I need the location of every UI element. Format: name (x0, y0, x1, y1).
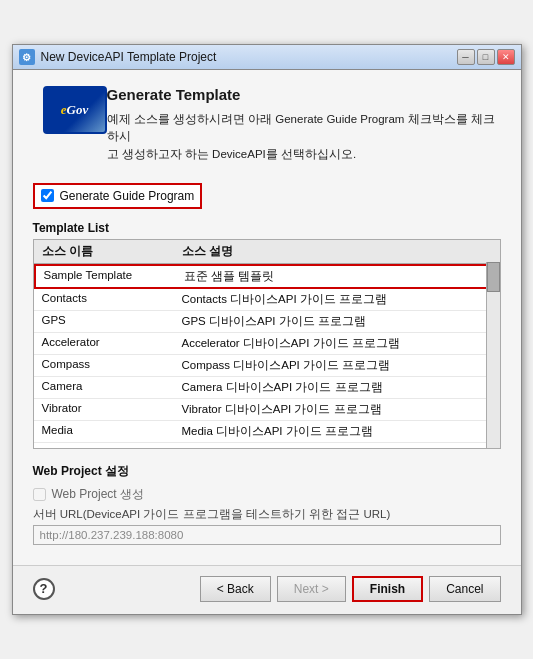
table-cell-desc: 표준 샘플 템플릿 (176, 266, 282, 287)
table-row[interactable]: Media Media 디바이스API 가이드 프로그램 (34, 421, 500, 443)
egov-gov: Gov (67, 102, 89, 118)
cancel-button[interactable]: Cancel (429, 576, 500, 602)
maximize-button[interactable]: □ (477, 49, 495, 65)
footer-right: < Back Next > Finish Cancel (200, 576, 501, 602)
back-button[interactable]: < Back (200, 576, 271, 602)
header-text: Generate Template 예제 소스를 생성하시려면 아래 Gener… (107, 86, 501, 173)
generate-guide-label: Generate Guide Program (60, 189, 195, 203)
egov-logo: eGov (43, 86, 107, 134)
title-bar: ⚙ New DeviceAPI Template Project ─ □ ✕ (13, 45, 521, 70)
generate-guide-checkbox[interactable] (41, 189, 54, 202)
table-header: 소스 이름 소스 설명 (34, 240, 500, 264)
close-button[interactable]: ✕ (497, 49, 515, 65)
url-input[interactable] (33, 525, 501, 545)
web-project-checkbox-row[interactable]: Web Project 생성 (33, 486, 501, 503)
table-cell-desc: Vibrator 디바이스API 가이드 프로그램 (174, 399, 390, 420)
table-cell-name: Accelerator (34, 333, 174, 354)
title-bar-controls: ─ □ ✕ (457, 49, 515, 65)
scrollbar-thumb[interactable] (487, 262, 500, 292)
table-cell-desc: GPS 디바이스API 가이드 프로그램 (174, 311, 374, 332)
table-row[interactable]: Camera Camera 디바이스API 가이드 프로그램 (34, 377, 500, 399)
table-body[interactable]: Sample Template 표준 샘플 템플릿 Contacts Conta… (34, 264, 500, 449)
col-desc-header: 소스 설명 (174, 242, 241, 261)
table-row[interactable]: FileReadWriter FileReadWriter 디바이스API 가이… (34, 443, 500, 449)
scrollbar-track[interactable] (486, 262, 500, 448)
template-list-title: Template List (33, 221, 501, 235)
table-row[interactable]: Accelerator Accelerator 디바이스API 가이드 프로그램 (34, 333, 500, 355)
content-area: eGov Generate Template 예제 소스를 생성하시려면 아래 … (13, 70, 521, 565)
table-cell-name: Contacts (34, 289, 174, 310)
table-cell-desc: Camera 디바이스API 가이드 프로그램 (174, 377, 391, 398)
table-row[interactable]: Compass Compass 디바이스API 가이드 프로그램 (34, 355, 500, 377)
table-cell-name: GPS (34, 311, 174, 332)
table-cell-desc: Accelerator 디바이스API 가이드 프로그램 (174, 333, 408, 354)
description-text: 예제 소스를 생성하시려면 아래 Generate Guide Program … (107, 111, 501, 163)
section-title: Generate Template (107, 86, 501, 103)
template-list-section: Template List 소스 이름 소스 설명 Sample Templat… (33, 221, 501, 449)
table-cell-name: Vibrator (34, 399, 174, 420)
footer-left: ? (33, 578, 55, 600)
table-cell-name: Sample Template (36, 266, 176, 287)
main-window: ⚙ New DeviceAPI Template Project ─ □ ✕ e… (12, 44, 522, 615)
col-name-header: 소스 이름 (34, 242, 174, 261)
url-label: 서버 URL(DeviceAPI 가이드 프로그램을 테스트하기 위한 접근 U… (33, 507, 501, 522)
finish-button[interactable]: Finish (352, 576, 423, 602)
web-project-checkbox[interactable] (33, 488, 46, 501)
table-cell-name: Media (34, 421, 174, 442)
footer: ? < Back Next > Finish Cancel (13, 565, 521, 614)
table-cell-desc: Contacts 디바이스API 가이드 프로그램 (174, 289, 396, 310)
web-project-section: Web Project 설정 Web Project 생성 서버 URL(Dev… (33, 463, 501, 545)
table-cell-desc: FileReadWriter 디바이스API 가이드 프로그램 (174, 443, 427, 449)
window-title: New DeviceAPI Template Project (41, 50, 217, 64)
help-button[interactable]: ? (33, 578, 55, 600)
generate-guide-checkbox-row[interactable]: Generate Guide Program (33, 183, 203, 209)
web-project-title: Web Project 설정 (33, 463, 501, 480)
table-row[interactable]: Contacts Contacts 디바이스API 가이드 프로그램 (34, 289, 500, 311)
table-cell-desc: Media 디바이스API 가이드 프로그램 (174, 421, 381, 442)
next-button[interactable]: Next > (277, 576, 346, 602)
table-cell-name: Camera (34, 377, 174, 398)
table-row[interactable]: Vibrator Vibrator 디바이스API 가이드 프로그램 (34, 399, 500, 421)
title-bar-left: ⚙ New DeviceAPI Template Project (19, 49, 217, 65)
table-cell-name: Compass (34, 355, 174, 376)
web-project-label: Web Project 생성 (52, 486, 144, 503)
table-cell-desc: Compass 디바이스API 가이드 프로그램 (174, 355, 399, 376)
header-area: eGov Generate Template 예제 소스를 생성하시려면 아래 … (33, 86, 501, 173)
minimize-button[interactable]: ─ (457, 49, 475, 65)
window-icon: ⚙ (19, 49, 35, 65)
table-row[interactable]: Sample Template 표준 샘플 템플릿 (34, 264, 500, 289)
table-row[interactable]: GPS GPS 디바이스API 가이드 프로그램 (34, 311, 500, 333)
template-table: 소스 이름 소스 설명 Sample Template 표준 샘플 템플릿 Co… (33, 239, 501, 449)
table-cell-name: FileReadWriter (34, 443, 174, 449)
